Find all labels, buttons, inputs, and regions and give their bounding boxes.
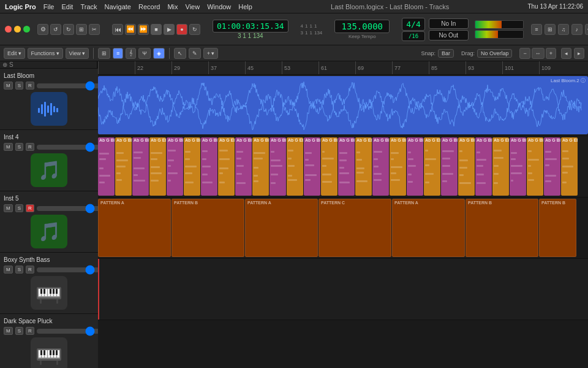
list-mode-btn[interactable]: ⊞ [98, 48, 110, 59]
edit-btn[interactable]: Edit ▾ [4, 48, 25, 59]
midi-region[interactable]: Ab G Bb [458, 137, 475, 196]
track-lane-5[interactable] [98, 320, 588, 368]
pointer-tool[interactable]: ↖ [174, 48, 186, 59]
record-btn[interactable]: ● [176, 24, 187, 35]
midi-region[interactable]: Ab G Bb [184, 137, 200, 196]
grid-view-icon[interactable]: ⊞ [545, 24, 556, 35]
settings-icon[interactable]: ⚙ [37, 24, 48, 35]
time-sig-section[interactable]: 4/4 /16 [402, 18, 424, 41]
zoom-in-btn[interactable]: + [546, 48, 556, 59]
menu-help[interactable]: Help [238, 3, 252, 10]
piano-icon[interactable]: ♪ [571, 24, 582, 35]
tempo-section[interactable]: 135.0000 Keep Tempo [334, 20, 390, 39]
track-2-mute[interactable]: M [4, 143, 13, 151]
window-maximize[interactable] [23, 26, 30, 33]
midi-region[interactable]: Ab G Eb [218, 137, 235, 196]
flex-btn[interactable]: Ψ [138, 48, 151, 59]
midi-region[interactable]: Ab G Eb [424, 137, 440, 196]
midi-region[interactable]: Ab G Bb [372, 137, 389, 196]
midi-region[interactable]: Ab G Bb [510, 137, 526, 196]
track-2-solo[interactable]: S [15, 143, 23, 151]
track-lane-2[interactable]: Ab G BbAb G BbAb G BbAb G EbAb G BbAb G … [98, 136, 588, 197]
track-lane-1[interactable]: Last Bloom.2 ⓘ [98, 75, 588, 136]
midi-region[interactable]: Ab G Bb [115, 137, 132, 196]
pattern-region[interactable]: PATTERN A [98, 199, 171, 257]
snap-value-btn[interactable]: Bar [438, 49, 454, 58]
midi-region[interactable]: Ab G Bb [167, 137, 183, 196]
track-icon-toggle[interactable]: ⊕ [2, 61, 7, 68]
list-view-icon[interactable]: ≡ [531, 24, 542, 35]
midi-region[interactable]: Ab G Bb [475, 137, 492, 196]
midi-region[interactable]: Ab G Bb [321, 137, 337, 196]
track-lane-3[interactable]: PATTERN APATTERN BPATTERN APATTERN CPATT… [98, 197, 588, 259]
pattern-region[interactable]: PATTERN A [392, 199, 465, 257]
track-5-mute[interactable]: M [4, 327, 13, 335]
pattern-region[interactable]: PATTERN B [172, 199, 244, 257]
track-5-record[interactable]: R [26, 327, 34, 335]
midi-region[interactable]: Ab G Bb [270, 137, 286, 196]
menu-navigate[interactable]: Navigate [105, 3, 131, 10]
window-close[interactable] [5, 26, 12, 33]
pattern-region[interactable]: PATTERN C [318, 199, 391, 257]
track-5-solo[interactable]: S [15, 327, 23, 335]
track-4-solo[interactable]: S [15, 266, 23, 274]
track-2-record[interactable]: R [26, 143, 34, 151]
menu-view[interactable]: View [186, 3, 200, 10]
play-btn[interactable]: ▶ [164, 24, 175, 35]
track-1-record[interactable]: R [26, 82, 34, 90]
scroll-right-btn[interactable]: ▸ [574, 48, 584, 59]
track-mode-btn[interactable]: ≡ [113, 48, 123, 59]
pattern-region[interactable]: PATTERN B [466, 199, 538, 257]
track-1-solo[interactable]: S [15, 82, 23, 90]
stop-btn[interactable]: ■ [151, 24, 162, 35]
pattern-region[interactable]: PATTERN B [539, 199, 576, 257]
menu-window[interactable]: Window [207, 3, 231, 10]
midi-region[interactable]: Ab G Bb [304, 137, 320, 196]
position-display[interactable]: 01:00:03:15.34 3 1 1 134 [213, 20, 288, 39]
functions-btn[interactable]: Functions ▾ [28, 48, 63, 59]
more-icon[interactable]: ••• [585, 24, 588, 35]
track-3-solo[interactable]: S [15, 204, 23, 212]
midi-region[interactable]: Ab G Eb [492, 137, 509, 196]
midi-region[interactable]: Ab G Bb [338, 137, 355, 196]
scissors-icon[interactable]: ✂ [89, 24, 100, 35]
zoom-out-btn[interactable]: − [519, 48, 530, 59]
midi-region[interactable]: Ab G Eb [355, 137, 372, 196]
mixer-icon[interactable]: ♫ [558, 24, 569, 35]
menu-record[interactable]: Record [138, 3, 160, 10]
midi-region[interactable]: Ab G Bb [201, 137, 217, 196]
forward-btn[interactable]: ⏩ [138, 24, 149, 35]
midi-region[interactable]: Ab G Eb [287, 137, 303, 196]
menu-file[interactable]: File [43, 3, 55, 10]
pattern-region[interactable]: PATTERN A [245, 199, 318, 257]
midi-region[interactable]: Ab G Bb [390, 137, 406, 196]
midi-region[interactable]: Ab G Bb [407, 137, 423, 196]
track-3-mute[interactable]: M [4, 204, 13, 212]
rewind-btn[interactable]: ⏮ [112, 24, 123, 35]
drag-value-btn[interactable]: No Overlap [477, 49, 513, 58]
midi-region[interactable]: Ab G Bb [527, 137, 543, 196]
back-btn[interactable]: ⏪ [125, 24, 136, 35]
menu-edit[interactable]: Edit [61, 3, 73, 10]
midi-region[interactable]: Ab G Eb [149, 137, 166, 196]
midi-region[interactable]: Ab G Bb [98, 137, 115, 196]
loop-btn[interactable]: ↻ [189, 24, 200, 35]
midi-region[interactable]: Ab G Bb [252, 137, 269, 196]
redo-icon[interactable]: ↻ [63, 24, 74, 35]
midi-region[interactable]: Ab G Bb [132, 137, 149, 196]
color-btn[interactable]: ◈ [153, 48, 165, 59]
midi-region[interactable]: Ab G Eb [561, 137, 578, 196]
track-3-record[interactable]: R [26, 204, 34, 212]
undo-icon[interactable]: ↺ [50, 24, 61, 35]
view-btn[interactable]: View ▾ [66, 48, 89, 59]
score-mode-btn[interactable]: 𝄞 [126, 48, 136, 59]
menu-track[interactable]: Track [80, 3, 97, 10]
pencil-tool[interactable]: ✎ [189, 48, 201, 59]
midi-region[interactable]: Ab G Bb [544, 137, 560, 196]
midi-region[interactable]: Ab G Bb [441, 137, 458, 196]
waveform-region[interactable]: Last Bloom.2 ⓘ [98, 76, 588, 134]
tool-options[interactable]: + ▾ [203, 48, 219, 59]
snap-icon[interactable]: ⊞ [76, 24, 87, 35]
track-4-record[interactable]: R [26, 266, 34, 274]
track-lane-4[interactable] [98, 259, 588, 320]
